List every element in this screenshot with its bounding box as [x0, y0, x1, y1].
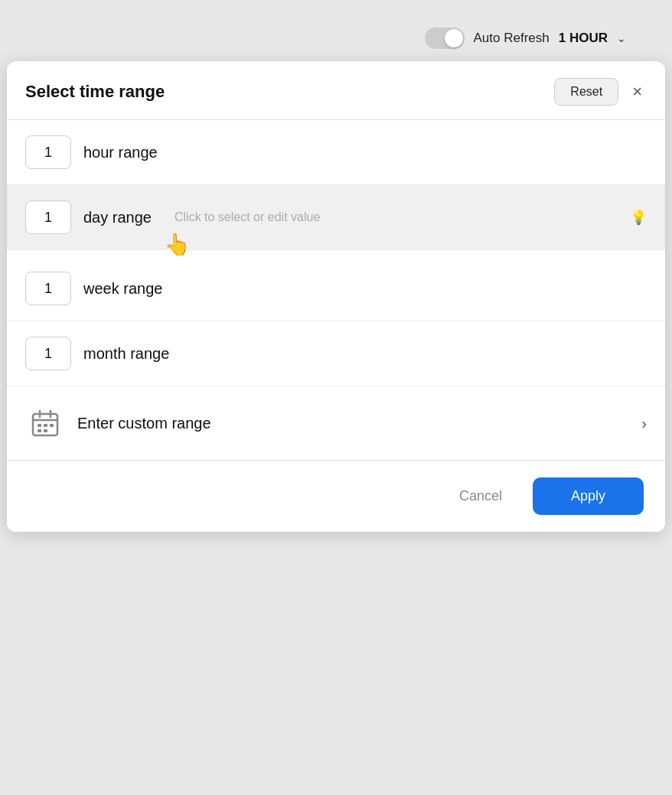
close-button[interactable]: ×	[628, 80, 647, 103]
day-range-label: day range	[83, 209, 152, 226]
svg-rect-7	[38, 429, 41, 432]
time-range-modal: Select time range Reset × 1 hour range 1…	[7, 61, 665, 532]
modal-title: Select time range	[25, 82, 165, 102]
hour-range-input[interactable]: 1	[25, 135, 71, 169]
refresh-interval-value: 1 HOUR	[559, 31, 608, 46]
custom-range-chevron-icon: ›	[641, 415, 647, 432]
month-range-row[interactable]: 1 month range	[7, 321, 665, 386]
custom-range-row[interactable]: Enter custom range ›	[7, 386, 665, 460]
auto-refresh-toggle[interactable]	[425, 28, 465, 49]
apply-button[interactable]: Apply	[533, 477, 644, 515]
week-range-row[interactable]: 1 week range	[7, 256, 665, 321]
calendar-icon	[25, 403, 65, 443]
custom-range-label: Enter custom range	[77, 415, 641, 432]
week-range-label: week range	[83, 280, 162, 298]
modal-header: Select time range Reset ×	[7, 61, 665, 120]
week-range-input[interactable]: 1	[25, 272, 71, 305]
auto-refresh-label: Auto Refresh	[474, 31, 550, 46]
hour-range-label: hour range	[83, 144, 158, 161]
svg-rect-8	[44, 429, 47, 432]
modal-footer: Cancel Apply	[7, 460, 665, 532]
hour-range-row[interactable]: 1 hour range	[7, 120, 665, 185]
day-range-input[interactable]: 1	[25, 200, 71, 234]
cursor-pointer-icon: 👆	[164, 232, 191, 257]
day-range-hint: Click to select or edit value	[175, 210, 320, 224]
modal-body: 1 hour range 1 day range Click to select…	[7, 120, 665, 460]
month-range-label: month range	[83, 345, 169, 363]
reset-button[interactable]: Reset	[554, 78, 618, 106]
cancel-button[interactable]: Cancel	[444, 479, 517, 513]
hint-bulb-icon: 💡	[630, 209, 647, 226]
top-bar: Auto Refresh 1 HOUR ⌄	[409, 15, 672, 61]
month-range-input[interactable]: 1	[25, 337, 71, 370]
day-range-row[interactable]: 1 day range Click to select or edit valu…	[7, 185, 665, 250]
svg-rect-5	[44, 424, 47, 427]
svg-rect-4	[38, 424, 41, 427]
refresh-interval-chevron[interactable]: ⌄	[617, 32, 626, 44]
modal-header-actions: Reset ×	[554, 78, 647, 106]
svg-rect-6	[50, 424, 54, 427]
